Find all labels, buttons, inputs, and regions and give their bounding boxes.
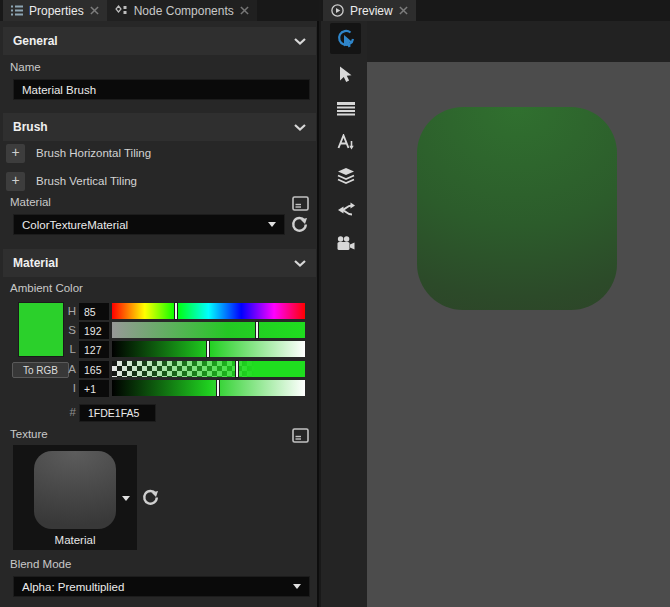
properties-panel: Properties Node Components General Name … — [0, 0, 319, 607]
tab-preview-label: Preview — [350, 4, 393, 18]
connections-tool-button[interactable] — [330, 194, 361, 225]
editor-window-icon[interactable] — [290, 426, 310, 444]
rendered-material-node[interactable] — [417, 107, 617, 310]
select-arrow-icon — [337, 66, 354, 84]
blend-mode-label: Blend Mode — [10, 558, 71, 570]
text-tool-icon — [337, 134, 355, 150]
slider-letter-l: L — [62, 343, 76, 355]
interact-tool-button[interactable] — [330, 23, 361, 54]
preview-viewport[interactable] — [367, 62, 670, 607]
intensity-slider[interactable] — [112, 380, 305, 396]
brush-vertical-tiling-label: Brush Vertical Tiling — [36, 175, 137, 187]
tab-properties-label: Properties — [29, 4, 84, 18]
caret-down-icon — [293, 584, 301, 589]
name-label: Name — [10, 61, 41, 73]
name-input[interactable]: Material Brush — [13, 79, 310, 100]
section-brush-title: Brush — [13, 120, 48, 134]
select-tool-button[interactable] — [330, 59, 361, 90]
add-horizontal-tiling-button[interactable]: + — [6, 144, 25, 163]
chevron-down-icon — [294, 38, 306, 45]
list-icon — [11, 5, 23, 16]
revert-material-button[interactable] — [289, 215, 309, 233]
add-vertical-tiling-button[interactable]: + — [6, 172, 25, 191]
left-tab-bar: Properties Node Components — [0, 0, 319, 21]
section-general[interactable]: General — [3, 27, 316, 55]
material-property-label: Material — [10, 196, 51, 208]
slider-letter-a: A — [62, 363, 76, 375]
tab-preview[interactable]: Preview — [323, 0, 416, 21]
tab-node-components-label: Node Components — [134, 4, 234, 18]
node-components-icon — [115, 5, 128, 17]
slider-handle[interactable] — [216, 379, 220, 397]
slider-handle[interactable] — [235, 360, 239, 378]
hex-hash-label: # — [62, 406, 76, 418]
revert-texture-button[interactable] — [140, 488, 160, 506]
camera-tool-button[interactable] — [330, 228, 361, 259]
grid-list-icon — [337, 102, 355, 116]
slider-handle[interactable] — [206, 340, 210, 358]
intensity-value-input[interactable]: +1 — [79, 380, 109, 397]
slider-handle[interactable] — [174, 302, 178, 320]
saturation-slider[interactable] — [112, 322, 305, 338]
blend-mode-dropdown[interactable]: Alpha: Premultiplied — [13, 576, 310, 597]
brush-horizontal-tiling-label: Brush Horizontal Tiling — [36, 147, 151, 159]
to-rgb-button[interactable]: To RGB — [12, 362, 69, 378]
color-swatch[interactable] — [18, 302, 64, 357]
preview-panel: Preview — [321, 0, 670, 607]
alpha-value-input[interactable]: 165 — [79, 361, 109, 378]
material-dropdown-value: ColorTextureMaterial — [22, 219, 128, 231]
hue-value-input[interactable]: 85 — [79, 303, 109, 320]
preview-toolbar — [321, 21, 367, 607]
close-icon[interactable] — [399, 6, 408, 15]
slider-letter-s: S — [62, 324, 76, 336]
camera-icon — [336, 236, 355, 251]
tab-node-components[interactable]: Node Components — [107, 0, 257, 21]
caret-down-icon — [268, 222, 276, 227]
tab-properties[interactable]: Properties — [3, 0, 107, 21]
hex-value-input[interactable]: 1FDE1FA5 — [79, 404, 156, 422]
slider-letter-h: H — [62, 305, 76, 317]
editor-window-icon[interactable] — [290, 194, 310, 212]
section-material-title: Material — [13, 256, 58, 270]
lightness-value-input[interactable]: 127 — [79, 341, 109, 358]
texture-dropdown-caret[interactable] — [122, 496, 130, 501]
section-brush[interactable]: Brush — [3, 113, 316, 141]
slider-letter-i: I — [62, 382, 76, 394]
lightness-slider[interactable] — [112, 341, 305, 357]
layers-tool-button[interactable] — [330, 160, 361, 191]
circular-arrow-icon — [290, 215, 309, 234]
right-tab-bar: Preview — [321, 0, 670, 21]
close-icon[interactable] — [90, 6, 99, 15]
grid-list-tool-button[interactable] — [330, 93, 361, 124]
texture-name-label: Material — [13, 534, 137, 546]
blend-mode-value: Alpha: Premultiplied — [22, 581, 124, 593]
close-icon[interactable] — [240, 6, 249, 15]
slider-handle[interactable] — [255, 321, 259, 339]
chevron-down-icon — [294, 260, 306, 267]
connections-icon — [337, 202, 355, 218]
layers-icon — [337, 167, 355, 184]
section-general-title: General — [13, 34, 58, 48]
material-dropdown[interactable]: ColorTextureMaterial — [13, 214, 285, 235]
texture-label: Texture — [10, 428, 48, 440]
circular-arrow-icon — [141, 488, 160, 507]
hue-slider[interactable] — [112, 303, 305, 319]
texture-thumbnail[interactable]: Material — [13, 445, 137, 550]
chevron-down-icon — [294, 124, 306, 131]
section-material[interactable]: Material — [3, 249, 316, 277]
text-tool-button[interactable] — [330, 126, 361, 157]
alpha-slider[interactable] — [112, 361, 305, 377]
play-circle-icon — [331, 4, 344, 17]
saturation-value-input[interactable]: 192 — [79, 322, 109, 339]
texture-preview-image — [34, 451, 116, 529]
interact-tool-icon — [336, 29, 356, 49]
ambient-color-label: Ambient Color — [10, 282, 83, 294]
